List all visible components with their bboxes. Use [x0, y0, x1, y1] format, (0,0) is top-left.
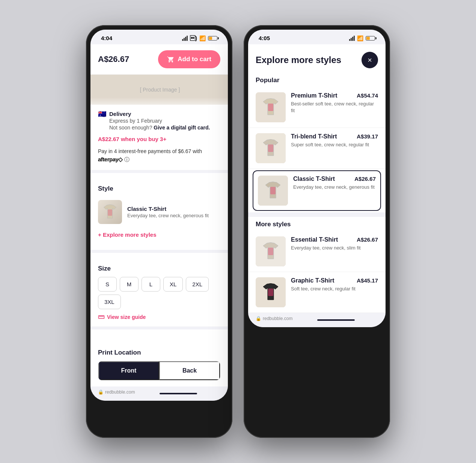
- bulk-price: A$22.67 when you buy 3+: [98, 136, 220, 142]
- style-card-premium[interactable]: Premium T-Shirt A$54.74 Best-seller soft…: [248, 87, 386, 128]
- cart-icon: [167, 56, 175, 63]
- divider-3: [90, 326, 228, 329]
- gift-card-link[interactable]: Give a digital gift card.: [154, 125, 210, 131]
- triblend-price: A$39.17: [357, 133, 378, 140]
- product-image: [ Product Image ]: [90, 75, 228, 105]
- svg-rect-8: [270, 187, 276, 194]
- style-thumbnail: [98, 200, 122, 224]
- explore-header: Explore more styles ×: [248, 44, 386, 73]
- premium-name: Premium T-Shirt: [291, 92, 337, 99]
- size-guide-link[interactable]: View size guide: [98, 314, 220, 320]
- print-toggle: Front Back: [98, 361, 220, 380]
- australia-flag: 🇦🇺: [98, 111, 106, 117]
- add-to-cart-button[interactable]: Add to cart: [158, 50, 220, 68]
- close-button[interactable]: ×: [362, 52, 378, 68]
- classic-tshirt-image: [258, 176, 288, 206]
- svg-rect-12: [268, 289, 273, 296]
- signal-icon: [182, 36, 188, 41]
- print-back-button[interactable]: Back: [159, 361, 220, 380]
- product-preview-image: [ Product Image ]: [90, 75, 228, 105]
- size-s[interactable]: S: [98, 277, 117, 292]
- style-card-triblend[interactable]: Tri-blend T-Shirt A$39.17 Super soft tee…: [248, 128, 386, 169]
- right-time: 4:05: [259, 35, 270, 41]
- wifi-icon-right: 📶: [357, 35, 363, 41]
- graphic-name: Graphic T-Shirt: [291, 277, 334, 284]
- afterpay-logo: afterpay◇: [98, 156, 123, 162]
- style-card-classic[interactable]: Classic T-Shirt A$26.67 Everyday tee, cr…: [253, 170, 381, 211]
- delivery-title: Delivery: [109, 111, 210, 117]
- premium-desc: Best-seller soft tee, crew neck, regular…: [291, 101, 378, 114]
- left-screen-content: A$26.67 Add to cart [ Product Image ]: [90, 44, 228, 386]
- ruler-icon: [98, 314, 105, 320]
- add-to-cart-label: Add to cart: [178, 56, 211, 63]
- graphic-price: A$45.17: [357, 277, 378, 284]
- close-icon: ×: [368, 56, 372, 65]
- size-grid: S M L XL 2XL 3XL: [98, 277, 220, 309]
- essential-thumb: [256, 236, 286, 266]
- right-screen-content: Explore more styles × Popular: [248, 44, 386, 313]
- style-section: Style Classic T-Shirt Everyday tee, crew…: [90, 173, 228, 250]
- left-status-icons: ) 📶: [182, 35, 217, 41]
- signal-icon-right: [349, 36, 355, 41]
- right-status-bar: 4:05 📶: [248, 30, 386, 44]
- print-front-button[interactable]: Front: [98, 361, 159, 380]
- section-gap: [248, 212, 386, 217]
- size-xl[interactable]: XL: [163, 277, 183, 292]
- svg-rect-6: [268, 144, 273, 152]
- classic-name: Classic T-Shirt: [293, 176, 335, 182]
- triblend-tshirt-image: [256, 133, 286, 163]
- lock-icon-right: 🔒: [256, 316, 261, 321]
- popular-section-title: Popular: [248, 73, 386, 87]
- explore-more-link[interactable]: + Explore more styles: [98, 231, 220, 238]
- left-status-bar: 4:04 ) 📶: [90, 30, 228, 44]
- size-l[interactable]: L: [142, 277, 160, 292]
- essential-tshirt-image: [256, 236, 286, 266]
- divider-2: [90, 250, 228, 253]
- premium-info: Premium T-Shirt A$54.74 Best-seller soft…: [291, 92, 378, 114]
- style-name: Classic T-Shirt: [127, 206, 209, 212]
- premium-card-top: Premium T-Shirt A$54.74: [291, 92, 378, 99]
- essential-info: Essential T-Shirt A$26.67 Everyday tee, …: [291, 236, 378, 251]
- left-footer-url: redbubble.com: [105, 389, 135, 395]
- style-card-graphic[interactable]: Graphic T-Shirt A$45.17 Soft tee, crew n…: [248, 272, 386, 313]
- graphic-info: Graphic T-Shirt A$45.17 Soft tee, crew n…: [291, 277, 378, 292]
- afterpay-info-icon[interactable]: ⓘ: [124, 156, 130, 162]
- style-section-title: Style: [98, 185, 220, 192]
- classic-price: A$26.67: [354, 176, 376, 182]
- size-guide-label: View size guide: [107, 314, 146, 320]
- right-status-icons: 📶: [349, 35, 375, 41]
- explore-title: Explore more styles: [256, 55, 341, 65]
- triblend-info: Tri-blend T-Shirt A$39.17 Super soft tee…: [291, 133, 378, 148]
- delivery-section: 🇦🇺 Delivery Express by 1 February Not so…: [90, 105, 228, 170]
- style-card-essential[interactable]: Essential T-Shirt A$26.67 Everyday tee, …: [248, 231, 386, 272]
- right-footer-url: redbubble.com: [263, 316, 292, 321]
- size-3xl[interactable]: 3XL: [98, 295, 121, 309]
- wifi-icon: ): [190, 35, 197, 41]
- right-phone-frame: 4:05 📶 Explore more: [244, 25, 390, 438]
- size-m[interactable]: M: [120, 277, 139, 292]
- left-phone-screen: 4:04 ) 📶: [90, 30, 228, 401]
- more-section-title: More styles: [248, 217, 386, 231]
- triblend-card-top: Tri-blend T-Shirt A$39.17: [291, 133, 378, 140]
- size-section: Size S M L XL 2XL 3XL View size guide: [90, 253, 228, 326]
- main-price: A$26.67: [98, 54, 129, 64]
- graphic-thumb: [256, 277, 286, 307]
- triblend-desc: Super soft tee, crew neck, regular fit: [291, 141, 378, 148]
- graphic-tshirt-image: [256, 277, 286, 307]
- right-phone-screen: 4:05 📶 Explore more: [248, 30, 386, 327]
- style-item[interactable]: Classic T-Shirt Everyday tee, crew neck,…: [98, 197, 220, 227]
- style-desc: Everyday tee, crew neck, generous fit: [127, 213, 209, 218]
- premium-tshirt-image: [256, 92, 286, 122]
- style-info: Classic T-Shirt Everyday tee, crew neck,…: [127, 206, 209, 218]
- right-bottom-bar: 🔒 redbubble.com: [248, 313, 386, 327]
- classic-info: Classic T-Shirt A$26.67 Everyday tee, cr…: [293, 176, 376, 191]
- size-2xl[interactable]: 2XL: [186, 277, 209, 292]
- triblend-thumb: [256, 133, 286, 163]
- essential-card-top: Essential T-Shirt A$26.67: [291, 236, 378, 243]
- essential-price: A$26.67: [357, 236, 378, 243]
- left-phone-frame: 4:04 ) 📶: [86, 25, 232, 438]
- essential-name: Essential T-Shirt: [291, 236, 338, 243]
- left-bottom-bar: 🔒 redbubble.com: [90, 386, 228, 401]
- wifi-symbol: 📶: [199, 35, 206, 41]
- graphic-card-top: Graphic T-Shirt A$45.17: [291, 277, 378, 284]
